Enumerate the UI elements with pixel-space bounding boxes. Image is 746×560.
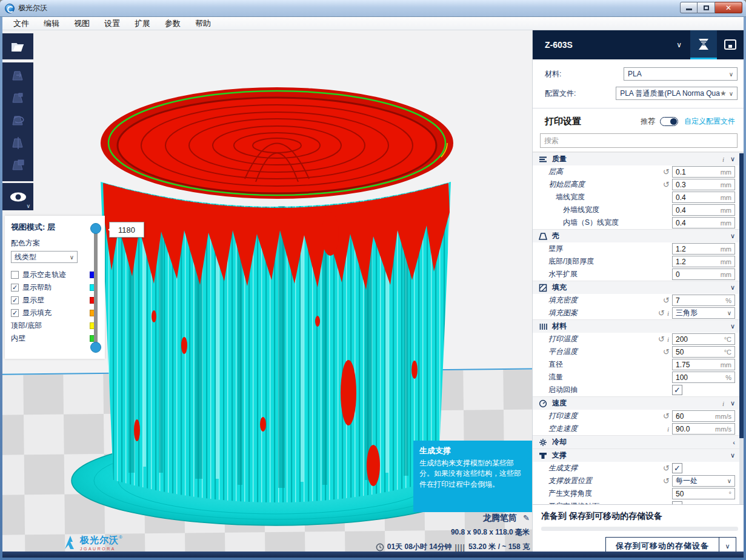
info-icon[interactable]: i xyxy=(667,310,669,317)
undo-icon[interactable]: ↺ xyxy=(663,464,670,473)
print-time: 01天 08小时 14分钟 xyxy=(387,542,452,552)
chevron-down-icon[interactable]: ∨ xyxy=(730,452,735,459)
chevron-down-icon[interactable]: ∨ xyxy=(676,41,682,49)
recommended-custom-toggle[interactable] xyxy=(660,117,678,126)
setting-input[interactable]: 0mm xyxy=(672,268,735,280)
setting-row: 填充密度↺7% xyxy=(533,294,744,307)
info-icon[interactable]: i xyxy=(722,156,724,163)
tool-move-tool-icon xyxy=(10,68,26,86)
favorite-star-icon: ★ xyxy=(720,89,727,98)
setting-input[interactable]: 1.2mm xyxy=(672,256,735,267)
info-icon[interactable]: i xyxy=(667,336,669,343)
view-option-checkbox[interactable]: ✓ xyxy=(11,284,19,292)
color-scheme-select[interactable]: 线类型 ∨ xyxy=(11,251,78,263)
setting-input[interactable]: 0.3mm xyxy=(672,179,735,190)
setting-unit: mm xyxy=(721,181,731,188)
open-file-button[interactable] xyxy=(2,33,33,59)
settings-section-header[interactable]: 质量i∨ xyxy=(533,152,744,165)
undo-icon[interactable]: ↺ xyxy=(663,296,670,305)
chevron-down-icon[interactable]: ∨ xyxy=(730,399,735,407)
setting-select[interactable]: 三角形∨ xyxy=(672,307,735,319)
close-button[interactable]: ✕ xyxy=(715,2,742,13)
chevron-down-icon[interactable]: ∨ xyxy=(730,155,735,163)
menu-item-视图[interactable]: 视图 xyxy=(67,18,97,29)
setting-input[interactable]: 7% xyxy=(672,295,735,306)
menu-item-帮助[interactable]: 帮助 xyxy=(188,18,218,29)
edit-name-icon[interactable]: ✎ xyxy=(523,513,530,522)
view-option-checkbox[interactable]: ✓ xyxy=(11,296,19,304)
tab-prepare[interactable] xyxy=(690,30,717,59)
menu-item-设置[interactable]: 设置 xyxy=(97,18,127,29)
minimize-button[interactable] xyxy=(680,2,698,13)
undo-icon[interactable]: ↺ xyxy=(663,167,670,176)
undo-icon[interactable]: ↺ xyxy=(658,335,665,344)
info-icon[interactable]: i xyxy=(722,400,724,407)
settings-section-header[interactable]: 壳∨ xyxy=(533,229,744,242)
undo-icon[interactable]: ↺ xyxy=(663,347,670,356)
setting-unit: mm xyxy=(721,207,731,214)
chevron-down-icon[interactable]: ∨ xyxy=(719,537,736,552)
setting-value: 7 xyxy=(676,296,725,305)
tab-monitor[interactable] xyxy=(717,30,744,59)
chevron-down-icon: ∨ xyxy=(729,90,733,97)
layer-slider-upper-handle[interactable] xyxy=(90,223,101,234)
setting-input[interactable]: 50° xyxy=(672,488,735,499)
view-option-label: 显示壁 xyxy=(22,295,90,305)
chevron-left-icon[interactable]: ‹ xyxy=(733,439,735,446)
layer-slider[interactable] xyxy=(94,225,98,350)
setting-value: 0.4 xyxy=(676,219,721,227)
view-option-checkbox[interactable] xyxy=(11,271,19,279)
setting-checkbox[interactable]: ✓ xyxy=(672,463,682,473)
setting-label: 底部/顶部厚度 xyxy=(533,256,672,267)
layer-slider-lower-handle[interactable] xyxy=(90,342,101,353)
settings-scrollbar[interactable] xyxy=(739,152,744,515)
viewport-3d[interactable]: ∨ 视图模式: 层 配色方案 线类型 ∨ 显示空走轨迹✓显示帮助✓显示壁✓显示填… xyxy=(2,30,532,552)
settings-section-header[interactable]: 填充∨ xyxy=(533,281,744,294)
setting-unit: °C xyxy=(724,348,731,356)
setting-input[interactable]: 50°C xyxy=(672,346,735,358)
setting-input[interactable]: 0.4mm xyxy=(672,217,735,228)
menu-item-扩展[interactable]: 扩展 xyxy=(127,18,158,29)
setting-label: 墙线宽度 xyxy=(533,192,672,202)
menu-item-参数[interactable]: 参数 xyxy=(158,18,188,29)
chevron-down-icon[interactable]: ∨ xyxy=(730,232,735,240)
setting-row: 壁厚1.2mm xyxy=(533,242,744,255)
menu-item-文件[interactable]: 文件 xyxy=(6,18,36,29)
settings-section-header[interactable]: 支撑∨ xyxy=(533,448,744,462)
brand-name: 极光尔沃 xyxy=(80,535,119,545)
info-icon[interactable]: i xyxy=(667,425,669,433)
title-bar[interactable]: 极光尔沃 ✕ xyxy=(0,0,746,17)
undo-icon[interactable]: ↺ xyxy=(663,476,670,485)
maximize-button[interactable] xyxy=(698,2,715,13)
setting-row: 支撑放置位置↺每一处∨ xyxy=(533,475,744,487)
undo-icon[interactable]: ↺ xyxy=(663,412,670,421)
setting-input[interactable]: 60mm/s xyxy=(672,410,735,422)
custom-profile-link[interactable]: 自定义配置文件 xyxy=(684,116,735,127)
chevron-down-icon[interactable]: ∨ xyxy=(730,284,735,292)
settings-section-header[interactable]: 速度i∨ xyxy=(533,396,744,410)
setting-input[interactable]: 0.4mm xyxy=(672,204,735,216)
undo-icon[interactable]: ↺ xyxy=(663,180,670,189)
settings-search-input[interactable] xyxy=(540,133,738,148)
menu-item-编辑[interactable]: 编辑 xyxy=(36,18,67,29)
material-select[interactable]: PLA ∨ xyxy=(624,67,738,81)
undo-icon[interactable]: ↺ xyxy=(658,308,665,318)
setting-checkbox[interactable]: ✓ xyxy=(672,385,682,395)
view-mode-button[interactable]: ∨ xyxy=(2,183,33,210)
setting-input[interactable]: 100% xyxy=(672,372,735,383)
setting-row: 启动回抽✓ xyxy=(533,384,744,396)
setting-input[interactable]: 90.0mm/s xyxy=(672,423,735,435)
chevron-down-icon[interactable]: ∨ xyxy=(730,322,735,330)
view-option-checkbox[interactable]: ✓ xyxy=(11,309,19,317)
setting-input[interactable]: 0.1mm xyxy=(672,166,735,178)
profile-select[interactable]: PLA 普通质量(PLA Norma Qua ★ ∨ xyxy=(616,87,738,100)
settings-section-header[interactable]: 材料∨ xyxy=(533,319,744,333)
settings-section-header[interactable]: 冷却‹ xyxy=(533,435,744,448)
eye-icon xyxy=(9,192,27,202)
setting-input[interactable]: 0.4mm xyxy=(672,192,735,203)
setting-input[interactable]: 200°C xyxy=(672,333,735,345)
setting-input[interactable]: 1.2mm xyxy=(672,243,735,255)
setting-input[interactable]: 1.75mm xyxy=(672,359,735,370)
save-to-removable-button[interactable]: 保存到可移动的存储设备 ∨ xyxy=(605,537,736,552)
setting-select[interactable]: 每一处∨ xyxy=(672,475,735,487)
